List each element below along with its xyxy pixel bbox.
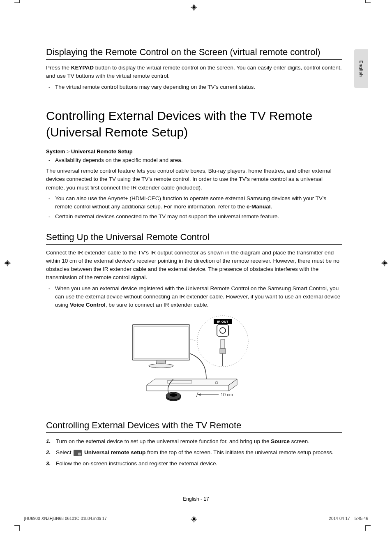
section-title-virtual-remote: Displaying the Remote Control on the Scr… [46, 47, 342, 60]
svg-point-3 [193, 6, 195, 9]
irout-label: IR OUT [217, 320, 228, 323]
intro-paragraph: The universal remote control feature let… [46, 167, 342, 192]
svg-line-34 [196, 392, 198, 397]
note-list: The virtual remote control buttons may v… [46, 83, 342, 91]
universal-remote-label: Universal remote setup [84, 449, 145, 455]
svg-point-19 [220, 328, 226, 333]
note-list: You can also use the Anynet+ (HDMI-CEC) … [46, 194, 342, 221]
setup-paragraph: Connect the IR extender cable to the TV'… [46, 249, 342, 282]
note-item: You can also use the Anynet+ (HDMI-CEC) … [46, 194, 342, 211]
step-item: 3. Follow the on-screen instructions and… [46, 459, 342, 469]
step-item: 1. Turn on the external device to set up… [46, 437, 342, 446]
svg-rect-21 [220, 349, 226, 354]
svg-point-11 [383, 262, 386, 264]
crop-mark [365, 0, 371, 3]
source-label: Source [271, 438, 290, 444]
page-number: English - 17 [0, 496, 392, 502]
language-label: English [359, 60, 364, 77]
registration-mark-icon [191, 516, 197, 522]
svg-point-15 [193, 518, 195, 520]
svg-point-32 [170, 393, 177, 397]
virtual-remote-description: Press the KEYPAD button to display the v… [46, 64, 342, 81]
step-item: 2. Select Universal remote setup from th… [46, 448, 342, 458]
note-list: Availability depends on the specific mod… [46, 156, 342, 164]
steps-list: 1. Turn on the external device to set up… [46, 437, 342, 469]
registration-mark-icon [191, 4, 197, 11]
menu-path: System > Universal Remote Setup [46, 148, 342, 155]
svg-rect-18 [217, 325, 228, 336]
svg-rect-26 [134, 326, 188, 358]
crop-mark [365, 525, 371, 531]
distance-label: 10 cm [221, 392, 233, 397]
registration-mark-icon [4, 260, 11, 266]
section-title-setting-up: Setting Up the Universal Remote Control [46, 232, 342, 245]
svg-point-27 [149, 364, 173, 368]
svg-point-7 [6, 262, 9, 264]
page-content: Displaying the Remote Control on the Scr… [46, 47, 342, 471]
crop-mark [14, 525, 20, 531]
keypad-label: KEYPAD [71, 65, 94, 71]
note-item: The virtual remote control buttons may v… [46, 83, 342, 91]
footer-datetime: 2014-04-17 5:45:46 [329, 516, 368, 521]
note-item: Certain external devices connected to th… [46, 213, 342, 221]
universal-remote-icon [74, 450, 82, 456]
voice-control-label: Voice Control [70, 302, 106, 308]
note-list: When you use an external device register… [46, 284, 342, 310]
footer-filename: [HU6900-XNZF]BN68-06101C-01L04.indb 17 [24, 516, 107, 521]
emanual-label: e-Manual [247, 203, 271, 210]
registration-mark-icon [381, 260, 388, 266]
language-tab: English [354, 49, 368, 88]
note-item: Availability depends on the specific mod… [46, 156, 342, 164]
svg-rect-20 [221, 340, 225, 349]
chapter-title: Controlling External Devices with the TV… [46, 108, 342, 141]
crop-mark [14, 0, 20, 3]
ir-extender-diagram: IR OUT [124, 313, 264, 408]
note-item: When you use an external device register… [46, 284, 342, 310]
section-title-controlling: Controlling External Devices with the TV… [46, 420, 342, 433]
